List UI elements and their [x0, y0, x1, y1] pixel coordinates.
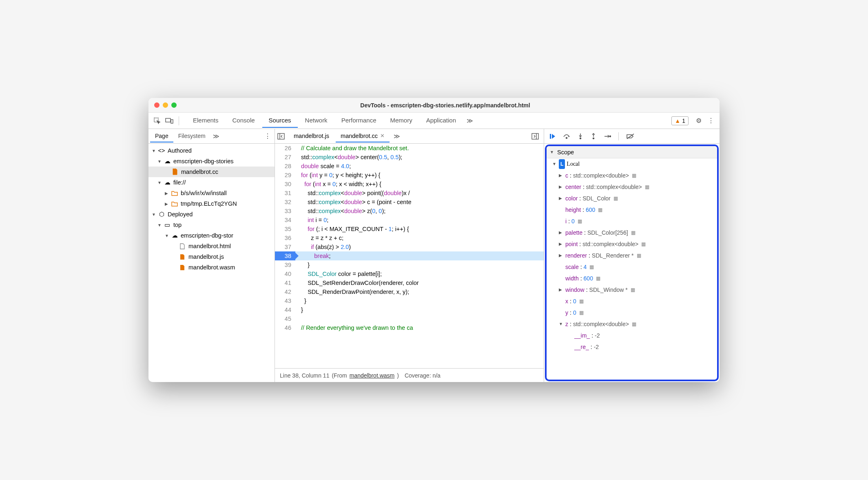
kebab-icon[interactable]: ⋮ — [706, 116, 716, 126]
code-line[interactable]: 29 for (int y = 0; y < height; y++) { — [275, 171, 544, 180]
code-line[interactable]: 45 — [275, 314, 544, 323]
code-editor[interactable]: 26 // Calculate and draw the Mandelbrot … — [275, 144, 544, 368]
memory-icon[interactable]: ▦ — [632, 319, 636, 329]
scope-var[interactable]: i: 0▦ — [547, 216, 717, 227]
tab-memory[interactable]: Memory — [384, 113, 419, 128]
code-line[interactable]: 39 } — [275, 260, 544, 269]
scope-var[interactable]: ▶center: std::complex<double>▦ — [547, 181, 717, 193]
code-line[interactable]: 27 std::complex<double> center(0.5, 0.5)… — [275, 153, 544, 162]
inspect-icon[interactable] — [152, 116, 162, 126]
memory-icon[interactable]: ▦ — [589, 262, 594, 272]
tree-origin-2[interactable]: ▼☁emscripten-dbg-stor — [148, 230, 275, 241]
code-line[interactable]: 31 std::complex<double> point((double)x … — [275, 189, 544, 198]
scope-var-child[interactable]: __im_: -2 — [547, 330, 717, 341]
step-out-button[interactable] — [591, 133, 596, 140]
tree-deployed[interactable]: ▼⬡Deployed — [148, 209, 275, 220]
separator — [179, 116, 179, 125]
settings-icon[interactable]: ⚙ — [693, 116, 704, 126]
sidebar-tabs-more[interactable]: ≫ — [210, 129, 222, 143]
resume-button[interactable] — [549, 133, 556, 140]
scope-var[interactable]: width: 600▦ — [547, 273, 717, 284]
code-line[interactable]: 33 std::complex<double> z(0, 0); — [275, 207, 544, 216]
tree-folder-2[interactable]: ▶tmp/tmp.ELcTq2YGN — [148, 198, 275, 209]
source-file-link[interactable]: mandelbrot.wasm — [350, 372, 395, 379]
memory-icon[interactable]: ▦ — [637, 251, 641, 260]
memory-icon[interactable]: ▦ — [641, 239, 646, 249]
tab-filesystem[interactable]: Filesystem — [173, 130, 210, 142]
code-line[interactable]: 35 for (; i < MAX_ITER_COUNT - 1; i++) { — [275, 224, 544, 233]
step-into-button[interactable] — [578, 133, 583, 140]
tree-file-cc[interactable]: mandelbrot.cc — [148, 167, 275, 177]
step-over-button[interactable] — [563, 133, 570, 139]
sidebar-kebab-icon[interactable]: ⋮ — [262, 131, 273, 142]
editor-tab-cc[interactable]: mandelbrot.cc✕ — [336, 130, 390, 142]
device-icon[interactable] — [164, 116, 175, 126]
code-line[interactable]: 37 if (abs(z) > 2.0) — [275, 242, 544, 251]
tree-file-wasm[interactable]: mandelbrot.wasm — [148, 262, 275, 273]
scope-header[interactable]: ▼Scope — [547, 146, 717, 158]
tab-elements[interactable]: Elements — [186, 113, 225, 128]
warnings-badge[interactable]: ▲ 1 — [671, 116, 689, 125]
scope-var-child[interactable]: __re_: -2 — [547, 341, 717, 353]
tab-network[interactable]: Network — [299, 113, 334, 128]
code-line[interactable]: 40 SDL_Color color = palette[i]; — [275, 269, 544, 278]
scope-var[interactable]: x: 0▦ — [547, 296, 717, 307]
code-line[interactable]: 34 int i = 0; — [275, 216, 544, 224]
tabs-more[interactable]: ≫ — [464, 114, 476, 128]
close-button[interactable] — [154, 102, 159, 108]
tab-console[interactable]: Console — [226, 113, 261, 128]
code-line[interactable]: 41 SDL_SetRenderDrawColor(renderer, colo… — [275, 278, 544, 287]
code-line[interactable]: 32 std::complex<double> c = (point - cen… — [275, 198, 544, 207]
close-tab-icon[interactable]: ✕ — [380, 133, 385, 139]
scope-var[interactable]: scale: 4▦ — [547, 261, 717, 273]
scope-var[interactable]: ▶c: std::complex<double>▦ — [547, 170, 717, 181]
memory-icon[interactable]: ▦ — [598, 205, 602, 215]
tree-file-html[interactable]: mandelbrot.html — [148, 241, 275, 251]
tab-sources[interactable]: Sources — [262, 113, 298, 128]
minimize-button[interactable] — [163, 102, 168, 108]
deactivate-breakpoints-button[interactable] — [626, 133, 634, 139]
scope-var[interactable]: ▶window: SDL_Window *▦ — [547, 284, 717, 296]
tree-authored[interactable]: ▼<>Authored — [148, 145, 275, 156]
scope-var[interactable]: ▶palette: SDL_Color[256]▦ — [547, 227, 717, 238]
scope-local[interactable]: ▼L Local — [547, 158, 717, 170]
tree-top[interactable]: ▼▭top — [148, 220, 275, 230]
code-line[interactable]: 28 double scale = 4.0; — [275, 162, 544, 171]
memory-icon[interactable]: ▦ — [579, 296, 584, 306]
tab-application[interactable]: Application — [420, 113, 463, 128]
scope-var[interactable]: ▶point: std::complex<double>▦ — [547, 238, 717, 250]
code-line[interactable]: 46 // Render everything we've drawn to t… — [275, 323, 544, 332]
memory-icon[interactable]: ▦ — [632, 171, 636, 180]
memory-icon[interactable]: ▦ — [631, 228, 636, 238]
memory-icon[interactable]: ▦ — [579, 308, 584, 318]
scope-var[interactable]: y: 0▦ — [547, 307, 717, 318]
code-line[interactable]: 44 } — [275, 305, 544, 314]
tree-file-js[interactable]: mandelbrot.js — [148, 251, 275, 262]
code-line[interactable]: 36 z = z * z + c; — [275, 233, 544, 242]
scope-var[interactable]: ▶renderer: SDL_Renderer *▦ — [547, 250, 717, 261]
editor-tabs-more[interactable]: ≫ — [391, 129, 403, 143]
tree-folder-1[interactable]: ▶b/s/w/ir/x/w/install — [148, 188, 275, 198]
memory-icon[interactable]: ▦ — [613, 193, 618, 203]
step-button[interactable] — [604, 134, 611, 139]
tab-performance[interactable]: Performance — [335, 113, 383, 128]
scope-var[interactable]: height: 600▦ — [547, 204, 717, 216]
code-line[interactable]: 38 break; — [275, 251, 544, 260]
code-line[interactable]: 26 // Calculate and draw the Mandelbrot … — [275, 144, 544, 153]
code-line[interactable]: 43 } — [275, 296, 544, 305]
code-line[interactable]: 42 SDL_RenderDrawPoint(renderer, x, y); — [275, 287, 544, 296]
editor-tab-js[interactable]: mandelbrot.js — [289, 130, 334, 142]
toggle-navigator-icon[interactable] — [277, 133, 287, 140]
tree-origin[interactable]: ▼☁emscripten-dbg-stories — [148, 156, 275, 167]
scope-var[interactable]: ▶color: SDL_Color▦ — [547, 193, 717, 204]
memory-icon[interactable]: ▦ — [596, 273, 600, 283]
scope-var[interactable]: ▼z: std::complex<double>▦ — [547, 318, 717, 330]
memory-icon[interactable]: ▦ — [631, 285, 635, 295]
memory-icon[interactable]: ▦ — [645, 182, 649, 192]
code-line[interactable]: 30 for (int x = 0; x < width; x++) { — [275, 180, 544, 189]
memory-icon[interactable]: ▦ — [578, 216, 582, 226]
tree-fileproto[interactable]: ▼☁file:// — [148, 177, 275, 188]
toggle-debugger-icon[interactable] — [531, 133, 541, 140]
tab-page[interactable]: Page — [150, 130, 173, 142]
zoom-button[interactable] — [171, 102, 177, 108]
